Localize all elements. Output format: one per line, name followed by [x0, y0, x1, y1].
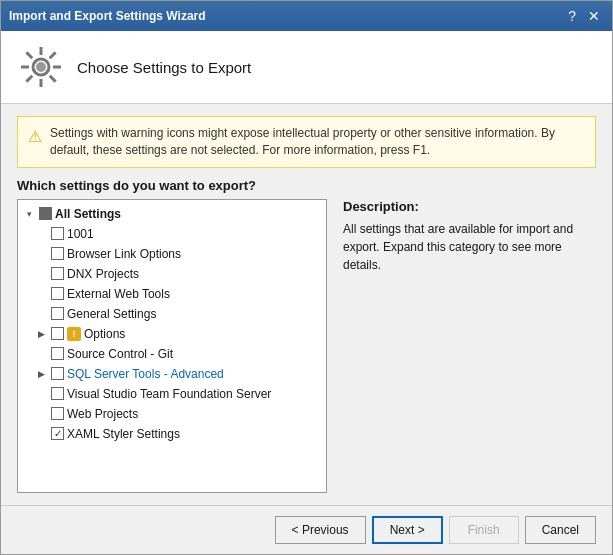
- title-bar: Import and Export Settings Wizard ? ✕: [1, 1, 612, 31]
- tree-item-all-settings[interactable]: ▾ All Settings: [18, 204, 326, 224]
- tree-item-xaml-styler[interactable]: XAML Styler Settings: [18, 424, 326, 444]
- tree-label-vsts: Visual Studio Team Foundation Server: [67, 387, 271, 401]
- tree-label-external-web-tools: External Web Tools: [67, 287, 170, 301]
- tree-item-web-projects[interactable]: Web Projects: [18, 404, 326, 424]
- tree-label-general: General Settings: [67, 307, 156, 321]
- checkbox-options[interactable]: [51, 327, 64, 340]
- tree-item-options[interactable]: ▶ ! Options: [18, 324, 326, 344]
- tree-container[interactable]: ▾ All Settings 1001 Browser Lin: [17, 199, 327, 493]
- tree-item-source-control[interactable]: Source Control - Git: [18, 344, 326, 364]
- warning-triangle-icon: ⚠: [28, 126, 42, 148]
- title-bar-left: Import and Export Settings Wizard: [9, 9, 206, 23]
- tree-label-dnx: DNX Projects: [67, 267, 139, 281]
- header-section: Choose Settings to Export: [1, 31, 612, 104]
- tree-item-dnx[interactable]: DNX Projects: [18, 264, 326, 284]
- tree-label-all-settings: All Settings: [55, 207, 121, 221]
- help-button[interactable]: ?: [564, 9, 580, 23]
- next-button[interactable]: Next >: [372, 516, 443, 544]
- description-title: Description:: [343, 199, 592, 214]
- tree-item-external-web-tools[interactable]: External Web Tools: [18, 284, 326, 304]
- title-bar-controls: ? ✕: [564, 9, 604, 23]
- checkbox-xaml-styler[interactable]: [51, 427, 64, 440]
- footer: < Previous Next > Finish Cancel: [1, 505, 612, 554]
- svg-point-9: [36, 62, 46, 72]
- svg-line-7: [50, 52, 56, 58]
- tree-item-general[interactable]: General Settings: [18, 304, 326, 324]
- description-panel: Description: All settings that are avail…: [339, 199, 596, 493]
- checkbox-all-settings[interactable]: [39, 207, 52, 220]
- gear-icon: [17, 43, 65, 91]
- checkbox-web-projects[interactable]: [51, 407, 64, 420]
- checkbox-source-control[interactable]: [51, 347, 64, 360]
- warning-box: ⚠ Settings with warning icons might expo…: [17, 116, 596, 168]
- description-text: All settings that are available for impo…: [343, 220, 592, 274]
- svg-line-5: [26, 52, 32, 58]
- dialog-title: Import and Export Settings Wizard: [9, 9, 206, 23]
- tree-label-options: Options: [84, 327, 125, 341]
- tree-label-xaml-styler: XAML Styler Settings: [67, 427, 180, 441]
- tree-label-web-projects: Web Projects: [67, 407, 138, 421]
- expand-icon-sql[interactable]: ▶: [34, 367, 48, 381]
- tree-item-vsts[interactable]: Visual Studio Team Foundation Server: [18, 384, 326, 404]
- close-button[interactable]: ✕: [584, 9, 604, 23]
- dialog-window: Import and Export Settings Wizard ? ✕: [0, 0, 613, 555]
- checkbox-vsts[interactable]: [51, 387, 64, 400]
- settings-section: Which settings do you want to export? ▾ …: [17, 178, 596, 493]
- tree-label-browser-link: Browser Link Options: [67, 247, 181, 261]
- expand-icon[interactable]: ▾: [22, 207, 36, 221]
- page-title: Choose Settings to Export: [77, 59, 251, 76]
- tree-item-1001[interactable]: 1001: [18, 224, 326, 244]
- svg-line-8: [26, 76, 32, 82]
- checkbox-1001[interactable]: [51, 227, 64, 240]
- warning-text: Settings with warning icons might expose…: [50, 125, 585, 159]
- checkbox-general[interactable]: [51, 307, 64, 320]
- checkbox-dnx[interactable]: [51, 267, 64, 280]
- checkbox-sql-server[interactable]: [51, 367, 64, 380]
- cancel-button[interactable]: Cancel: [525, 516, 596, 544]
- checkbox-browser-link[interactable]: [51, 247, 64, 260]
- tree-label-sql-server: SQL Server Tools - Advanced: [67, 367, 224, 381]
- warning-icon-options: !: [67, 327, 81, 341]
- svg-line-6: [50, 76, 56, 82]
- settings-question: Which settings do you want to export?: [17, 178, 596, 193]
- content-area: ⚠ Settings with warning icons might expo…: [1, 104, 612, 505]
- tree-label-1001: 1001: [67, 227, 94, 241]
- finish-button[interactable]: Finish: [449, 516, 519, 544]
- tree-item-sql-server[interactable]: ▶ SQL Server Tools - Advanced: [18, 364, 326, 384]
- expand-icon-options[interactable]: ▶: [34, 327, 48, 341]
- checkbox-external-web-tools[interactable]: [51, 287, 64, 300]
- tree-label-source-control: Source Control - Git: [67, 347, 173, 361]
- tree-item-browser-link[interactable]: Browser Link Options: [18, 244, 326, 264]
- previous-button[interactable]: < Previous: [275, 516, 366, 544]
- main-content: ▾ All Settings 1001 Browser Lin: [17, 199, 596, 493]
